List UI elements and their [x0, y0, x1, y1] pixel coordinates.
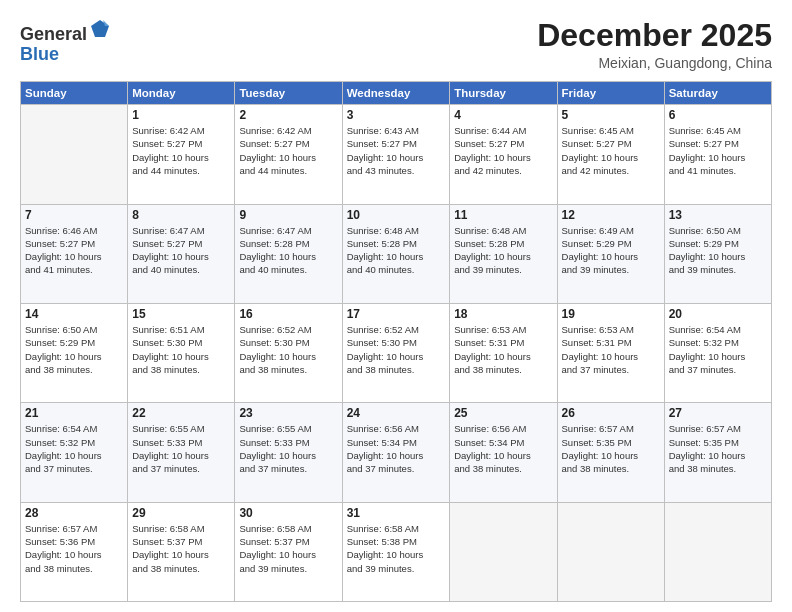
table-row: 16Sunrise: 6:52 AMSunset: 5:30 PMDayligh… — [235, 303, 342, 402]
day-number: 9 — [239, 208, 337, 222]
day-info: Sunrise: 6:53 AMSunset: 5:31 PMDaylight:… — [562, 323, 660, 376]
day-number: 31 — [347, 506, 446, 520]
day-info: Sunrise: 6:56 AMSunset: 5:34 PMDaylight:… — [454, 422, 552, 475]
table-row: 1Sunrise: 6:42 AMSunset: 5:27 PMDaylight… — [128, 105, 235, 204]
day-number: 15 — [132, 307, 230, 321]
day-info: Sunrise: 6:50 AMSunset: 5:29 PMDaylight:… — [669, 224, 767, 277]
table-row: 20Sunrise: 6:54 AMSunset: 5:32 PMDayligh… — [664, 303, 771, 402]
col-monday: Monday — [128, 82, 235, 105]
day-info: Sunrise: 6:43 AMSunset: 5:27 PMDaylight:… — [347, 124, 446, 177]
col-tuesday: Tuesday — [235, 82, 342, 105]
day-info: Sunrise: 6:42 AMSunset: 5:27 PMDaylight:… — [132, 124, 230, 177]
title-area: December 2025 Meixian, Guangdong, China — [537, 18, 772, 71]
day-number: 2 — [239, 108, 337, 122]
table-row: 21Sunrise: 6:54 AMSunset: 5:32 PMDayligh… — [21, 403, 128, 502]
day-number: 6 — [669, 108, 767, 122]
table-row: 3Sunrise: 6:43 AMSunset: 5:27 PMDaylight… — [342, 105, 450, 204]
logo-icon — [89, 18, 111, 40]
day-info: Sunrise: 6:57 AMSunset: 5:35 PMDaylight:… — [562, 422, 660, 475]
day-info: Sunrise: 6:45 AMSunset: 5:27 PMDaylight:… — [562, 124, 660, 177]
day-info: Sunrise: 6:57 AMSunset: 5:35 PMDaylight:… — [669, 422, 767, 475]
day-number: 17 — [347, 307, 446, 321]
table-row: 8Sunrise: 6:47 AMSunset: 5:27 PMDaylight… — [128, 204, 235, 303]
calendar-row: 14Sunrise: 6:50 AMSunset: 5:29 PMDayligh… — [21, 303, 772, 402]
day-info: Sunrise: 6:55 AMSunset: 5:33 PMDaylight:… — [132, 422, 230, 475]
calendar-row: 1Sunrise: 6:42 AMSunset: 5:27 PMDaylight… — [21, 105, 772, 204]
col-sunday: Sunday — [21, 82, 128, 105]
logo-general: General — [20, 24, 87, 44]
day-number: 23 — [239, 406, 337, 420]
day-info: Sunrise: 6:57 AMSunset: 5:36 PMDaylight:… — [25, 522, 123, 575]
table-row: 27Sunrise: 6:57 AMSunset: 5:35 PMDayligh… — [664, 403, 771, 502]
day-number: 4 — [454, 108, 552, 122]
month-title: December 2025 — [537, 18, 772, 53]
logo-text: General Blue — [20, 18, 111, 65]
day-info: Sunrise: 6:58 AMSunset: 5:37 PMDaylight:… — [239, 522, 337, 575]
table-row: 24Sunrise: 6:56 AMSunset: 5:34 PMDayligh… — [342, 403, 450, 502]
table-row: 6Sunrise: 6:45 AMSunset: 5:27 PMDaylight… — [664, 105, 771, 204]
day-info: Sunrise: 6:58 AMSunset: 5:38 PMDaylight:… — [347, 522, 446, 575]
col-friday: Friday — [557, 82, 664, 105]
day-info: Sunrise: 6:51 AMSunset: 5:30 PMDaylight:… — [132, 323, 230, 376]
day-number: 1 — [132, 108, 230, 122]
table-row: 5Sunrise: 6:45 AMSunset: 5:27 PMDaylight… — [557, 105, 664, 204]
day-number: 12 — [562, 208, 660, 222]
col-saturday: Saturday — [664, 82, 771, 105]
day-number: 16 — [239, 307, 337, 321]
day-number: 30 — [239, 506, 337, 520]
table-row: 31Sunrise: 6:58 AMSunset: 5:38 PMDayligh… — [342, 502, 450, 601]
table-row: 15Sunrise: 6:51 AMSunset: 5:30 PMDayligh… — [128, 303, 235, 402]
table-row — [450, 502, 557, 601]
logo: General Blue — [20, 18, 111, 65]
day-number: 27 — [669, 406, 767, 420]
day-info: Sunrise: 6:42 AMSunset: 5:27 PMDaylight:… — [239, 124, 337, 177]
day-info: Sunrise: 6:52 AMSunset: 5:30 PMDaylight:… — [239, 323, 337, 376]
calendar-row: 21Sunrise: 6:54 AMSunset: 5:32 PMDayligh… — [21, 403, 772, 502]
day-number: 5 — [562, 108, 660, 122]
table-row: 7Sunrise: 6:46 AMSunset: 5:27 PMDaylight… — [21, 204, 128, 303]
day-info: Sunrise: 6:47 AMSunset: 5:28 PMDaylight:… — [239, 224, 337, 277]
day-info: Sunrise: 6:48 AMSunset: 5:28 PMDaylight:… — [454, 224, 552, 277]
day-number: 21 — [25, 406, 123, 420]
day-info: Sunrise: 6:48 AMSunset: 5:28 PMDaylight:… — [347, 224, 446, 277]
day-info: Sunrise: 6:44 AMSunset: 5:27 PMDaylight:… — [454, 124, 552, 177]
day-info: Sunrise: 6:52 AMSunset: 5:30 PMDaylight:… — [347, 323, 446, 376]
day-info: Sunrise: 6:58 AMSunset: 5:37 PMDaylight:… — [132, 522, 230, 575]
day-number: 19 — [562, 307, 660, 321]
day-number: 11 — [454, 208, 552, 222]
table-row: 28Sunrise: 6:57 AMSunset: 5:36 PMDayligh… — [21, 502, 128, 601]
day-info: Sunrise: 6:53 AMSunset: 5:31 PMDaylight:… — [454, 323, 552, 376]
day-number: 28 — [25, 506, 123, 520]
day-number: 26 — [562, 406, 660, 420]
day-number: 24 — [347, 406, 446, 420]
table-row: 23Sunrise: 6:55 AMSunset: 5:33 PMDayligh… — [235, 403, 342, 502]
col-wednesday: Wednesday — [342, 82, 450, 105]
day-number: 3 — [347, 108, 446, 122]
table-row: 10Sunrise: 6:48 AMSunset: 5:28 PMDayligh… — [342, 204, 450, 303]
day-info: Sunrise: 6:54 AMSunset: 5:32 PMDaylight:… — [669, 323, 767, 376]
table-row — [21, 105, 128, 204]
day-number: 25 — [454, 406, 552, 420]
day-number: 14 — [25, 307, 123, 321]
table-row: 9Sunrise: 6:47 AMSunset: 5:28 PMDaylight… — [235, 204, 342, 303]
col-thursday: Thursday — [450, 82, 557, 105]
table-row: 12Sunrise: 6:49 AMSunset: 5:29 PMDayligh… — [557, 204, 664, 303]
svg-marker-0 — [91, 20, 109, 37]
table-row: 26Sunrise: 6:57 AMSunset: 5:35 PMDayligh… — [557, 403, 664, 502]
table-row: 4Sunrise: 6:44 AMSunset: 5:27 PMDaylight… — [450, 105, 557, 204]
table-row — [557, 502, 664, 601]
day-info: Sunrise: 6:56 AMSunset: 5:34 PMDaylight:… — [347, 422, 446, 475]
day-info: Sunrise: 6:45 AMSunset: 5:27 PMDaylight:… — [669, 124, 767, 177]
table-row: 22Sunrise: 6:55 AMSunset: 5:33 PMDayligh… — [128, 403, 235, 502]
table-row: 2Sunrise: 6:42 AMSunset: 5:27 PMDaylight… — [235, 105, 342, 204]
location-subtitle: Meixian, Guangdong, China — [537, 55, 772, 71]
day-number: 18 — [454, 307, 552, 321]
table-row: 25Sunrise: 6:56 AMSunset: 5:34 PMDayligh… — [450, 403, 557, 502]
day-info: Sunrise: 6:46 AMSunset: 5:27 PMDaylight:… — [25, 224, 123, 277]
day-number: 13 — [669, 208, 767, 222]
day-number: 29 — [132, 506, 230, 520]
table-row: 11Sunrise: 6:48 AMSunset: 5:28 PMDayligh… — [450, 204, 557, 303]
page: General Blue December 2025 Meixian, Guan… — [0, 0, 792, 612]
day-info: Sunrise: 6:50 AMSunset: 5:29 PMDaylight:… — [25, 323, 123, 376]
calendar-row: 7Sunrise: 6:46 AMSunset: 5:27 PMDaylight… — [21, 204, 772, 303]
